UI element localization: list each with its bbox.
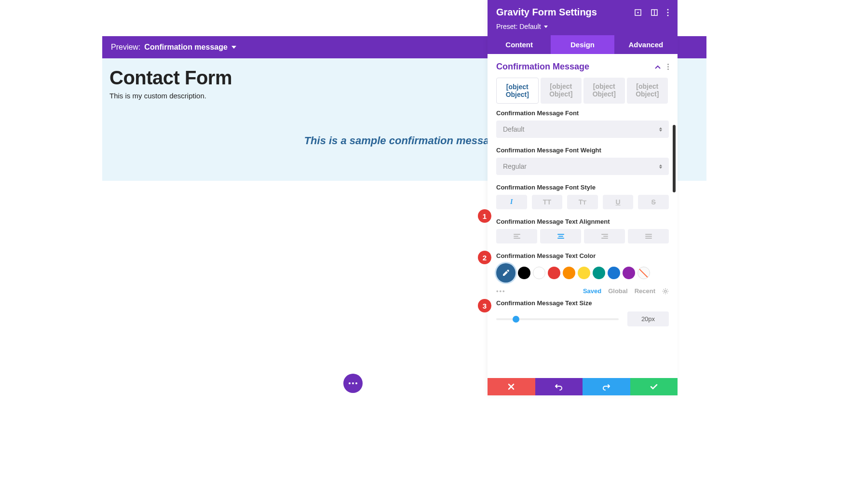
kebab-icon[interactable]: [667, 64, 669, 70]
preview-value: Confirmation message: [144, 43, 227, 52]
font-select[interactable]: Default: [496, 121, 669, 138]
font-label: Confirmation Message Font: [496, 109, 669, 117]
align-left-icon: [514, 234, 520, 239]
align-center-button[interactable]: [540, 229, 581, 243]
annotation-badge-3: 3: [478, 299, 491, 312]
scrollbar-thumb[interactable]: [673, 125, 676, 192]
color-more-button[interactable]: •••: [496, 287, 506, 295]
weight-value: Regular: [503, 162, 527, 170]
section-actions: [655, 64, 669, 70]
panel-title-row: Gravity Form Settings: [496, 7, 669, 18]
preset-label: Preset:: [496, 23, 517, 30]
subtab-4[interactable]: [object Object]: [627, 78, 668, 104]
tab-content[interactable]: Content: [488, 35, 551, 54]
select-arrows-icon: [659, 127, 662, 132]
subtab-1[interactable]: [object Object]: [496, 78, 539, 104]
color-swatch-teal[interactable]: [593, 267, 605, 279]
size-value-input[interactable]: 20px: [627, 311, 669, 326]
select-arrows-icon: [659, 164, 662, 169]
svg-point-6: [667, 14, 669, 16]
weight-select[interactable]: Regular: [496, 158, 669, 175]
smallcaps-button[interactable]: Tᴛ: [567, 195, 598, 209]
panel-header-icons: [634, 9, 669, 16]
cancel-button[interactable]: [488, 378, 535, 395]
color-tabs: Saved Global Recent: [583, 287, 669, 295]
svg-point-7: [665, 290, 666, 292]
preset-value: Default: [519, 23, 541, 30]
subtab-3[interactable]: [object Object]: [583, 78, 625, 104]
color-swatch-blue[interactable]: [608, 267, 620, 279]
close-icon: [508, 383, 515, 390]
slider-thumb[interactable]: [513, 316, 519, 323]
chevron-down-icon: [544, 26, 548, 28]
uppercase-button[interactable]: TT: [532, 195, 563, 209]
expand-icon[interactable]: [634, 9, 642, 16]
align-left-button[interactable]: [496, 229, 537, 243]
align-label: Confirmation Message Text Alignment: [496, 218, 669, 225]
gear-icon[interactable]: [662, 288, 669, 295]
color-swatch-red[interactable]: [548, 267, 560, 279]
dot-icon: [352, 382, 354, 384]
subtab-2[interactable]: [object Object]: [541, 78, 582, 104]
color-picker-button[interactable]: [496, 263, 515, 283]
eyedropper-icon: [502, 269, 510, 277]
check-icon: [650, 383, 658, 391]
color-tab-saved[interactable]: Saved: [583, 287, 601, 295]
svg-point-4: [667, 9, 669, 10]
size-slider[interactable]: [496, 318, 619, 320]
annotation-badge-2: 2: [478, 251, 491, 264]
color-row: [496, 263, 669, 283]
strikethrough-button[interactable]: S: [638, 195, 669, 209]
section-header: Confirmation Message: [496, 54, 669, 78]
align-right-icon: [601, 234, 608, 239]
tab-advanced[interactable]: Advanced: [614, 35, 678, 54]
color-swatch-purple[interactable]: [623, 267, 635, 279]
italic-button[interactable]: I: [496, 195, 527, 209]
style-label: Confirmation Message Font Style: [496, 184, 669, 191]
weight-label: Confirmation Message Font Weight: [496, 147, 669, 154]
dot-icon: [355, 382, 357, 384]
size-label: Confirmation Message Text Size: [496, 299, 669, 307]
undo-button[interactable]: [535, 378, 583, 395]
font-value: Default: [503, 125, 524, 133]
panel-title: Gravity Form Settings: [496, 7, 597, 18]
layout-icon[interactable]: [651, 9, 658, 16]
svg-point-1: [637, 12, 639, 13]
preset-selector[interactable]: Preset: Default: [496, 23, 669, 30]
align-center-icon: [557, 234, 564, 239]
color-swatch-orange[interactable]: [563, 267, 575, 279]
align-right-button[interactable]: [584, 229, 625, 243]
chevron-down-icon: [231, 46, 236, 49]
annotation-badge-1: 1: [478, 209, 491, 223]
svg-point-5: [667, 12, 669, 13]
chevron-up-icon[interactable]: [655, 65, 661, 69]
color-tab-recent[interactable]: Recent: [635, 287, 655, 295]
align-justify-button[interactable]: [628, 229, 669, 243]
color-section: ••• Saved Global Recent: [496, 263, 669, 295]
color-swatch-black[interactable]: [518, 267, 530, 279]
color-swatch-yellow[interactable]: [578, 267, 590, 279]
subtabs: [object Object] [object Object] [object …: [496, 78, 669, 104]
alignment-row: [496, 229, 669, 243]
kebab-icon[interactable]: [667, 9, 669, 16]
color-tab-global[interactable]: Global: [608, 287, 627, 295]
font-style-row: I TT Tᴛ U S: [496, 195, 669, 209]
redo-button[interactable]: [583, 378, 630, 395]
panel-footer: [488, 378, 678, 395]
color-swatch-white[interactable]: [533, 267, 545, 279]
color-label: Confirmation Message Text Color: [496, 252, 669, 259]
align-justify-icon: [645, 234, 652, 239]
main-tabs: Content Design Advanced: [488, 35, 678, 54]
size-slider-row: 20px: [496, 311, 669, 326]
save-button[interactable]: [630, 378, 678, 395]
underline-button[interactable]: U: [603, 195, 634, 209]
settings-panel: Gravity Form Settings Preset: Default Co…: [488, 0, 678, 395]
more-fab-button[interactable]: [343, 374, 363, 393]
color-swatch-none[interactable]: [637, 267, 650, 279]
preview-label: Preview:: [111, 43, 140, 52]
tab-design[interactable]: Design: [551, 35, 614, 54]
dot-icon: [349, 382, 351, 384]
color-tabs-row: ••• Saved Global Recent: [496, 287, 669, 295]
redo-icon: [602, 383, 610, 391]
panel-content-scroll[interactable]: Confirmation Message [object Object] [ob…: [488, 54, 678, 378]
